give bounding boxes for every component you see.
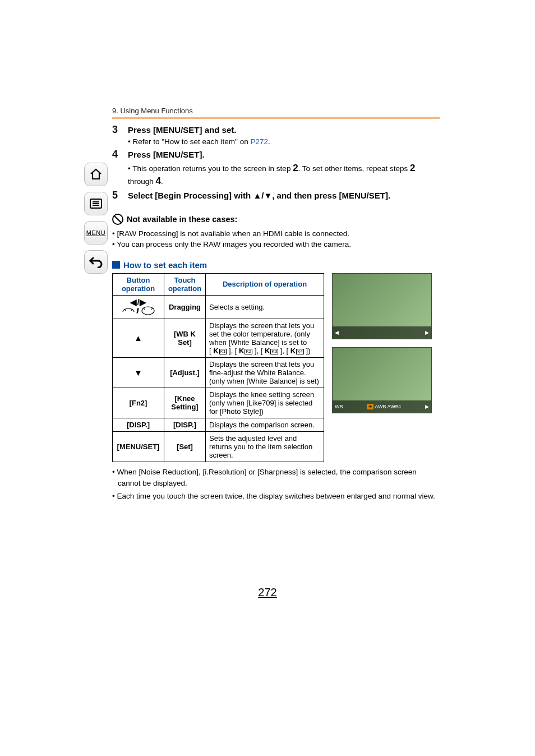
- cell-desc-2: Displays the screen that lets you set th…: [206, 319, 324, 357]
- step-number-3: 3: [112, 125, 128, 147]
- menu-button[interactable]: MENU: [84, 221, 108, 245]
- cell-touch-5: [DISP.]: [164, 418, 206, 431]
- wb-label: WB: [335, 404, 343, 409]
- th-description: Description of operation: [206, 273, 324, 295]
- cell-btn-5: [DISP.]: [113, 418, 164, 431]
- link-p272[interactable]: P272: [250, 137, 268, 146]
- step4-sub: • This operation returns you to the scre…: [128, 162, 440, 188]
- step3-title: Press [MENU/SET] and set.: [128, 125, 440, 136]
- home-icon: [89, 168, 103, 181]
- cell-desc-6: Sets the adjusted level and returns you …: [206, 431, 324, 462]
- cell-btn-1: ◀/▶ /: [113, 295, 164, 319]
- cell-desc-1: Selects a setting.: [206, 295, 324, 319]
- back-arrow-icon: [89, 256, 103, 268]
- cell-touch-2: [WB K Set]: [164, 319, 206, 357]
- list-icon: [89, 198, 103, 209]
- not-available-heading: Not available in these cases:: [127, 215, 237, 224]
- page-number: 272: [0, 586, 535, 599]
- th-button-operation: Button operation: [113, 273, 164, 295]
- th-touch-operation: Touch operation: [164, 273, 206, 295]
- not-available-note-2: • You can process only the RAW images yo…: [118, 239, 440, 250]
- step3-sub: • Refer to "How to set each item" on P27…: [128, 137, 440, 147]
- square-bullet-icon: [112, 261, 120, 269]
- cell-desc-3: Displays the screen that lets you fine-a…: [206, 357, 324, 388]
- awb-label: AWB: [375, 404, 386, 409]
- breadcrumb: 9. Using Menu Functions: [112, 107, 440, 119]
- nav-left-icon: ◀: [335, 330, 339, 335]
- cell-touch-1: Dragging: [164, 295, 206, 319]
- svg-text:/: /: [137, 307, 139, 314]
- nav-right-icon: ▶: [425, 330, 429, 335]
- nav-right-icon-2: ▶: [425, 404, 429, 409]
- step-number-4: 4: [112, 149, 128, 187]
- cell-btn-6: [MENU/SET]: [113, 431, 164, 462]
- not-available-note-1: • [RAW Processing] is not available when…: [118, 228, 440, 239]
- dial-icons: /: [122, 306, 155, 315]
- cell-btn-4: [Fn2]: [113, 388, 164, 418]
- example-screenshot-2: WB ☀ AWB AWBc ▶: [332, 347, 432, 413]
- cell-desc-4: Displays the knee setting screen (only w…: [206, 388, 324, 418]
- step5-title: Select [Begin Processing] with ▲/▼, and …: [128, 190, 440, 201]
- step4-title: Press [MENU/SET].: [128, 149, 440, 160]
- toc-icon-button[interactable]: [84, 192, 108, 215]
- cell-btn-3: ▼: [113, 357, 164, 388]
- cell-btn-2: ▲: [113, 319, 164, 357]
- footnote-1: • When [Noise Reduction], [i.Resolution]…: [118, 467, 440, 488]
- cell-desc-5: Displays the comparison screen.: [206, 418, 324, 431]
- cell-touch-3: [Adjust.]: [164, 357, 206, 388]
- cell-touch-4: [Knee Setting]: [164, 388, 206, 418]
- footnote-2: • Each time you touch the screen twice, …: [118, 491, 440, 502]
- awbc-label: AWBc: [388, 404, 402, 409]
- back-icon-button[interactable]: [84, 250, 108, 274]
- prohibited-icon: [112, 214, 123, 225]
- home-icon-button[interactable]: [84, 163, 108, 186]
- operation-table: Button operation Touch operation Descrip…: [112, 273, 324, 462]
- how-to-heading: How to set each item: [123, 260, 207, 270]
- step-number-5: 5: [112, 190, 128, 201]
- sun-icon: ☀: [367, 404, 373, 409]
- example-screenshot-1: ◀ ▶: [332, 273, 432, 339]
- left-right-arrow-icon: ◀/▶: [130, 297, 146, 307]
- cell-touch-6: [Set]: [164, 431, 206, 462]
